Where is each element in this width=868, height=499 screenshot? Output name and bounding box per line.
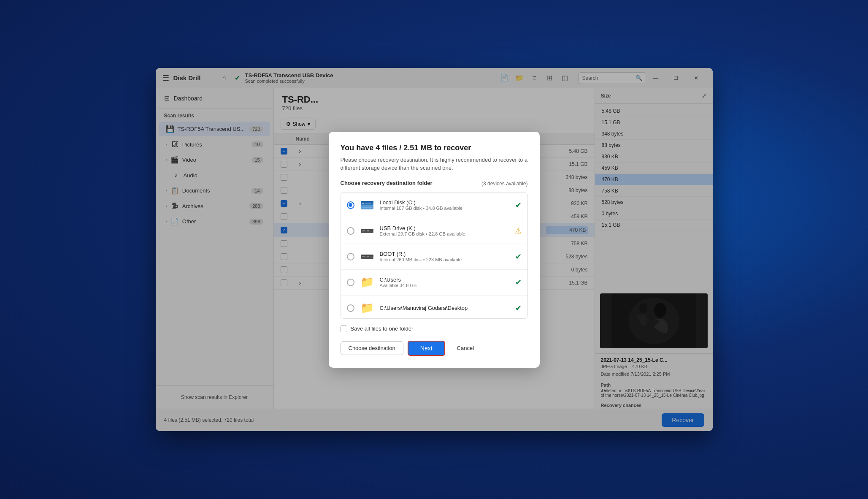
device-status-ok-icon: ✔ [515,252,522,261]
device-option-name: USB Drive (K:) [380,225,510,231]
svg-rect-12 [362,230,365,231]
modal-overlay: You have 4 files / 2.51 MB to recover Pl… [156,68,713,431]
device-option-desc: External 29.7 GB disk • 22.8 GB availabl… [380,231,510,236]
choose-destination-button[interactable]: Choose destination [341,341,403,355]
boot-drive-icon [360,249,375,264]
folder-icon: 📁 [360,301,375,316]
device-status-warn-icon: ⚠ [515,226,522,236]
svg-rect-7 [365,203,371,203]
device-option-usb-drive[interactable]: USB Drive (K:) External 29.7 GB disk • 2… [341,218,527,244]
device-option-name: C:\Users\Manuviraj Godara\Desktop [380,305,510,311]
local-disk-icon [360,198,375,213]
device-option-name: BOOT (R:) [380,251,510,257]
device-status-ok-icon: ✔ [515,304,522,313]
device-radio-usb-drive[interactable] [347,227,354,235]
next-button[interactable]: Next [408,341,445,356]
device-status-ok-icon: ✔ [515,278,522,287]
device-radio-cusers[interactable] [347,279,354,286]
svg-rect-17 [367,256,369,257]
save-folder-label: Save all files to one folder [351,325,414,332]
device-option-desc: Available 34.8 GB [380,283,510,288]
device-option-local-disk[interactable]: Local Disk (C:) Internal 107 GB disk • 3… [341,193,527,218]
device-option-desktop[interactable]: 📁 C:\Users\Manuviraj Godara\Desktop ✔ [341,296,527,319]
device-option-name: C:\Users [380,277,510,283]
folder-icon: 📁 [360,275,375,290]
cancel-button[interactable]: Cancel [449,342,481,355]
device-details: BOOT (R:) Internal 260 MB disk • 223 MB … [380,251,510,262]
save-folder-row: Save all files to one folder [341,325,528,332]
device-radio-desktop[interactable] [347,304,354,312]
svg-rect-8 [361,201,373,203]
device-details: Local Disk (C:) Internal 107 GB disk • 3… [380,199,510,211]
modal-title: You have 4 files / 2.51 MB to recover [341,144,528,152]
device-status-ok-icon: ✔ [515,201,522,210]
modal-section-header: Choose recovery destination folder (3 de… [341,180,528,188]
save-all-checkbox[interactable] [341,325,347,332]
svg-rect-13 [367,230,369,231]
device-option-desc: Internal 260 MB disk • 223 MB available [380,257,510,262]
device-option-desc: Internal 107 GB disk • 34.8 GB available [380,206,510,211]
app-window: ☰ Disk Drill ⌂ ✔ TS-RDF5A Transcend USB … [156,68,713,431]
recovery-modal: You have 4 files / 2.51 MB to recover Pl… [329,132,540,368]
svg-rect-9 [362,207,372,208]
device-option-cusers[interactable]: 📁 C:\Users Available 34.8 GB ✔ [341,270,527,296]
modal-subtitle: Please choose recovery destination. It i… [341,156,528,172]
device-radio-boot[interactable] [347,253,354,260]
device-option-boot[interactable]: BOOT (R:) Internal 260 MB disk • 223 MB … [341,244,527,270]
device-details: C:\Users Available 34.8 GB [380,277,510,288]
modal-devices-count: (3 devices available) [481,181,527,187]
svg-rect-16 [362,256,365,257]
device-option-name: Local Disk (C:) [380,199,510,206]
modal-actions: Choose destination Next Cancel [341,341,528,356]
device-details: USB Drive (K:) External 29.7 GB disk • 2… [380,225,510,236]
devices-list: Local Disk (C:) Internal 107 GB disk • 3… [341,192,528,319]
svg-rect-6 [362,203,364,204]
usb-drive-icon [360,223,375,239]
device-radio-local-disk[interactable] [347,201,354,209]
device-details: C:\Users\Manuviraj Godara\Desktop [380,305,510,311]
modal-section-label: Choose recovery destination folder [341,180,433,186]
